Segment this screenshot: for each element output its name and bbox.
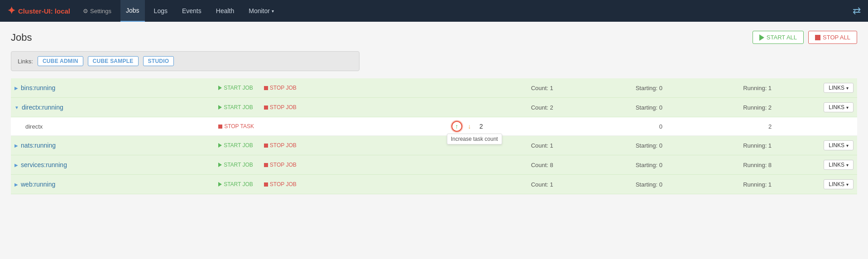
stop-job-web[interactable]: STOP JOB xyxy=(260,180,300,189)
job-name-cell-nats: ▶ nats:running xyxy=(11,136,211,155)
task-row: directx STOP TASK ↑ xyxy=(11,117,857,136)
nav-logs[interactable]: Logs xyxy=(149,0,173,22)
down-arrow-icon-directx-task: ↓ xyxy=(468,123,471,130)
job-running-bins: Running: 1 xyxy=(666,78,775,98)
links-label: Links: xyxy=(18,58,33,65)
increase-tooltip-directx-task: Increase task count xyxy=(447,134,502,144)
job-expand-chevron-web[interactable]: ▶ xyxy=(14,182,18,187)
page-content: Jobs START ALL STOP ALL Links: CUBE ADMI… xyxy=(0,22,868,203)
task-name-directx-task: directx xyxy=(14,123,207,130)
stop-job-bins[interactable]: STOP JOB xyxy=(260,83,300,92)
links-chevron-icon-directx: ▾ xyxy=(846,105,849,110)
job-name-bins: bins:running xyxy=(21,84,55,91)
job-starting-bins: Starting: 0 xyxy=(557,78,666,98)
job-name-cell-directx: ▼ directx:running xyxy=(11,98,211,117)
job-count-services: Count: 8 xyxy=(448,155,557,175)
task-count-value-directx-task: 2 xyxy=(477,123,486,130)
brand-title: Cluster-UI: local xyxy=(18,7,70,15)
job-running-services: Running: 8 xyxy=(666,155,775,175)
stop-all-sq-icon xyxy=(815,35,820,40)
chevron-down-icon: ▾ xyxy=(272,9,274,14)
start-play-icon-nats xyxy=(218,143,222,148)
job-expand-chevron-bins[interactable]: ▶ xyxy=(14,86,18,91)
task-starting-directx-task: 0 xyxy=(557,117,666,136)
job-expand-chevron-services[interactable]: ▶ xyxy=(14,163,18,168)
stop-sq-icon-nats xyxy=(264,144,268,148)
page-title: Jobs xyxy=(11,32,32,43)
links-btn-bins[interactable]: LINKS ▾ xyxy=(824,83,854,93)
job-starting-web: Starting: 0 xyxy=(557,175,666,194)
job-name-nats: nats:running xyxy=(21,142,56,149)
job-count-directx: Count: 2 xyxy=(448,98,557,117)
job-row: ▶ bins:running START JOB STOP JOB Count:… xyxy=(11,78,857,98)
start-play-icon-web xyxy=(218,182,222,187)
start-all-button[interactable]: START ALL xyxy=(753,31,804,44)
stop-sq-icon-web xyxy=(264,182,268,187)
count-decrease-btn-directx-task[interactable]: ↓ xyxy=(464,121,475,132)
links-chevron-icon-services: ▾ xyxy=(846,163,849,168)
job-name-cell-bins: ▶ bins:running xyxy=(11,78,211,98)
stop-job-nats[interactable]: STOP JOB xyxy=(260,141,300,150)
header-actions: START ALL STOP ALL xyxy=(753,31,857,44)
job-starting-directx: Starting: 0 xyxy=(557,98,666,117)
links-chevron-icon-nats: ▾ xyxy=(846,143,849,148)
nav-health[interactable]: Health xyxy=(211,0,240,22)
stop-sq-icon-bins xyxy=(264,86,268,90)
job-name-services: services:running xyxy=(21,161,67,168)
up-arrow-icon-directx-task: ↑ xyxy=(455,123,458,130)
job-row: ▼ directx:running START JOB STOP JOB Cou… xyxy=(11,98,857,117)
job-count-web: Count: 1 xyxy=(448,175,557,194)
job-name-directx: directx:running xyxy=(22,104,63,111)
stop-job-services[interactable]: STOP JOB xyxy=(260,160,300,169)
navbar: ✦ Cluster-UI: local ⚙ Settings Jobs Logs… xyxy=(0,0,868,22)
nav-sync-icon[interactable]: ⇄ xyxy=(853,5,861,17)
job-starting-services: Starting: 0 xyxy=(557,155,666,175)
nav-settings[interactable]: ⚙ Settings xyxy=(77,0,117,22)
stop-sq-icon-services xyxy=(264,163,268,167)
page-header: Jobs START ALL STOP ALL xyxy=(11,31,857,44)
start-job-nats[interactable]: START JOB xyxy=(215,141,257,150)
stop-task-directx-task[interactable]: STOP TASK xyxy=(215,122,258,131)
count-increase-btn-directx-task[interactable]: ↑ xyxy=(451,121,462,132)
job-name-cell-web: ▶ web:running xyxy=(11,175,211,194)
nav-monitor[interactable]: Monitor ▾ xyxy=(243,0,279,22)
job-name-cell-services: ▶ services:running xyxy=(11,155,211,175)
job-expand-chevron-directx[interactable]: ▼ xyxy=(14,105,19,110)
count-controls-directx-task: ↑ ↓ 2 Increase task count xyxy=(451,121,553,132)
jobs-table: ▶ bins:running START JOB STOP JOB Count:… xyxy=(11,78,857,194)
start-play-icon-directx xyxy=(218,105,222,110)
nav-events[interactable]: Events xyxy=(177,0,207,22)
link-studio[interactable]: STUDIO xyxy=(143,56,174,66)
job-row: ▶ web:running START JOB STOP JOB Count: … xyxy=(11,175,857,194)
stop-task-sq-icon-directx-task xyxy=(218,125,222,129)
stop-all-button[interactable]: STOP ALL xyxy=(808,31,857,44)
job-expand-chevron-nats[interactable]: ▶ xyxy=(14,143,18,148)
start-job-directx[interactable]: START JOB xyxy=(215,103,257,112)
link-cube-admin[interactable]: CUBE ADMIN xyxy=(38,56,83,66)
job-row: ▶ nats:running START JOB STOP JOB Count:… xyxy=(11,136,857,155)
start-all-play-icon xyxy=(759,34,764,41)
start-job-web[interactable]: START JOB xyxy=(215,180,257,189)
links-chevron-icon-web: ▾ xyxy=(846,182,849,187)
start-job-services[interactable]: START JOB xyxy=(215,160,257,169)
start-job-bins[interactable]: START JOB xyxy=(215,83,257,92)
nav-jobs[interactable]: Jobs xyxy=(120,0,145,22)
links-btn-services[interactable]: LINKS ▾ xyxy=(824,160,854,170)
links-btn-nats[interactable]: LINKS ▾ xyxy=(824,140,854,150)
job-name-web: web:running xyxy=(21,181,55,188)
job-running-directx: Running: 2 xyxy=(666,98,775,117)
brand[interactable]: ✦ Cluster-UI: local xyxy=(7,5,70,17)
stop-job-directx[interactable]: STOP JOB xyxy=(260,103,300,112)
links-bar: Links: CUBE ADMIN CUBE SAMPLE STUDIO xyxy=(11,51,360,71)
gear-icon: ⚙ xyxy=(83,8,88,14)
links-btn-web[interactable]: LINKS ▾ xyxy=(824,179,854,189)
start-play-icon-bins xyxy=(218,86,222,90)
links-chevron-icon-bins: ▾ xyxy=(846,86,849,91)
links-btn-directx[interactable]: LINKS ▾ xyxy=(824,102,854,112)
stop-sq-icon-directx xyxy=(264,106,268,110)
link-cube-sample[interactable]: CUBE SAMPLE xyxy=(88,56,139,66)
brand-icon: ✦ xyxy=(7,5,15,17)
start-play-icon-services xyxy=(218,163,222,167)
job-starting-nats: Starting: 0 xyxy=(557,136,666,155)
job-running-nats: Running: 1 xyxy=(666,136,775,155)
